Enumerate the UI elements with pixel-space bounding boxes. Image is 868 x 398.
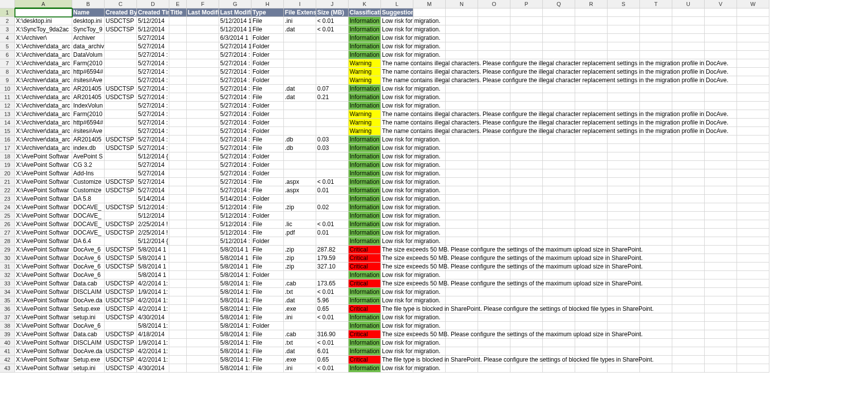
- cell[interactable]: [705, 152, 737, 161]
- cell[interactable]: Information: [349, 296, 381, 305]
- cell[interactable]: X:\AvePoint Softwar: [15, 347, 72, 356]
- cell[interactable]: X:\Archiver\data_arc: [15, 85, 72, 93]
- cell[interactable]: [543, 161, 575, 169]
- cell[interactable]: [705, 42, 737, 51]
- cell[interactable]: [640, 279, 672, 288]
- cell[interactable]: [316, 195, 349, 203]
- cell[interactable]: [446, 93, 478, 102]
- cell[interactable]: [672, 296, 705, 305]
- cell[interactable]: [543, 203, 575, 212]
- cell[interactable]: 5/12/2014 :: [219, 220, 251, 229]
- cell[interactable]: 5/27/2014 :: [219, 93, 251, 102]
- cell[interactable]: [737, 220, 769, 229]
- cell[interactable]: [187, 347, 219, 356]
- cell[interactable]: Information: [349, 169, 381, 178]
- cell[interactable]: [169, 271, 187, 279]
- cell[interactable]: [705, 364, 737, 373]
- cell[interactable]: Information: [349, 271, 381, 279]
- cell[interactable]: Low risk for migration.: [381, 144, 413, 152]
- cell[interactable]: 179.59: [316, 254, 349, 263]
- cell[interactable]: [672, 339, 705, 347]
- cell[interactable]: 5/27/2014: [137, 178, 169, 186]
- cell[interactable]: X:\Archiver\data_arc: [15, 119, 72, 127]
- cell[interactable]: [737, 203, 769, 212]
- cell[interactable]: USDCTSP: [105, 135, 137, 144]
- cell[interactable]: [608, 169, 640, 178]
- cell[interactable]: 5/12/2014 :: [219, 203, 251, 212]
- cell[interactable]: Information: [349, 288, 381, 296]
- cell[interactable]: [510, 102, 543, 110]
- cell[interactable]: Folder: [251, 195, 284, 203]
- cell[interactable]: [187, 220, 219, 229]
- row-header-5[interactable]: 5: [0, 42, 15, 51]
- header-cell[interactable]: Last Modified: [219, 8, 251, 17]
- cell[interactable]: X:\AvePoint Softwar: [15, 330, 72, 339]
- cell[interactable]: [640, 8, 672, 17]
- cell[interactable]: Low risk for migration.: [381, 220, 413, 229]
- cell[interactable]: [672, 347, 705, 356]
- cell[interactable]: [737, 229, 769, 237]
- col-header-N[interactable]: N: [446, 0, 478, 8]
- cell[interactable]: 5/12/2014: [137, 212, 169, 220]
- cell[interactable]: [608, 229, 640, 237]
- cell[interactable]: USDCTSP: [105, 246, 137, 254]
- cell[interactable]: X:\Archiver\data_arc: [15, 42, 72, 51]
- cell[interactable]: [705, 93, 737, 102]
- cell[interactable]: 5/27/2014 :: [137, 102, 169, 110]
- cell[interactable]: [478, 212, 510, 220]
- col-header-I[interactable]: I: [284, 0, 316, 8]
- cell[interactable]: X:\AvePoint Softwar: [15, 364, 72, 373]
- cell[interactable]: [187, 364, 219, 373]
- cell[interactable]: [543, 25, 575, 34]
- cell[interactable]: 5/8/2014 1:: [219, 330, 251, 339]
- cell[interactable]: [510, 186, 543, 195]
- cell[interactable]: [608, 135, 640, 144]
- cell[interactable]: [705, 288, 737, 296]
- cell[interactable]: Customize: [72, 178, 105, 186]
- cell[interactable]: X:\Archiver\data_arc: [15, 76, 72, 85]
- cell[interactable]: Information: [349, 42, 381, 51]
- cell[interactable]: 5/8/2014 1:: [219, 322, 251, 330]
- cell[interactable]: 327.10: [316, 263, 349, 271]
- cell[interactable]: [316, 119, 349, 127]
- cell[interactable]: [169, 364, 187, 373]
- cell[interactable]: [478, 322, 510, 330]
- cell[interactable]: USDCTSP: [105, 305, 137, 313]
- cell[interactable]: http#6594#: [72, 119, 105, 127]
- cell[interactable]: [187, 59, 219, 68]
- cell[interactable]: [543, 212, 575, 220]
- cell[interactable]: [316, 322, 349, 330]
- cell[interactable]: Folder: [251, 34, 284, 42]
- row-header-1[interactable]: 1: [0, 8, 15, 17]
- cell[interactable]: Information: [349, 186, 381, 195]
- cell[interactable]: DOCAVE_: [72, 203, 105, 212]
- cell[interactable]: Low risk for migration.: [381, 161, 413, 169]
- cell[interactable]: 0.03: [316, 144, 349, 152]
- cell[interactable]: 4/30/2014: [137, 313, 169, 322]
- row-header-16[interactable]: 16: [0, 135, 15, 144]
- cell[interactable]: [737, 237, 769, 246]
- cell[interactable]: Farm(2010: [72, 110, 105, 119]
- cell[interactable]: 0.01: [316, 186, 349, 195]
- cell[interactable]: [478, 313, 510, 322]
- cell[interactable]: [478, 186, 510, 195]
- cell[interactable]: [105, 51, 137, 59]
- cell[interactable]: [187, 161, 219, 169]
- cell[interactable]: 5/8/2014 1: [137, 254, 169, 263]
- cell[interactable]: [672, 186, 705, 195]
- row-header-39[interactable]: 39: [0, 330, 15, 339]
- cell[interactable]: File: [251, 144, 284, 152]
- cell[interactable]: [187, 254, 219, 263]
- cell[interactable]: 2/25/2014 !: [137, 220, 169, 229]
- cell[interactable]: USDCTSP: [105, 186, 137, 195]
- cell[interactable]: [640, 25, 672, 34]
- cell[interactable]: [478, 271, 510, 279]
- cell[interactable]: [510, 34, 543, 42]
- cell[interactable]: Low risk for migration.: [381, 288, 413, 296]
- cell[interactable]: [446, 313, 478, 322]
- cell[interactable]: [446, 25, 478, 34]
- cell[interactable]: [640, 263, 672, 271]
- cell[interactable]: 5/27/2014 :: [219, 169, 251, 178]
- cell[interactable]: [169, 263, 187, 271]
- cell[interactable]: .dat: [284, 25, 316, 34]
